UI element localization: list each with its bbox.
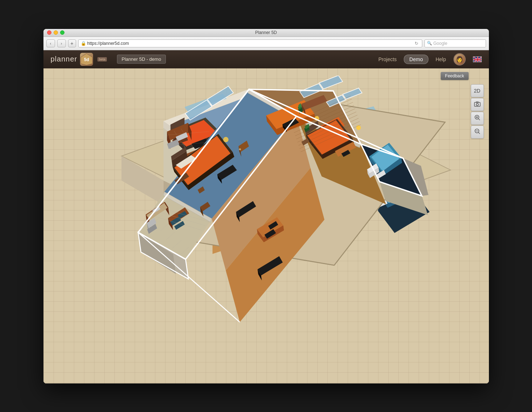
floorplan-scene[interactable]	[47, 76, 469, 380]
search-placeholder: Google	[433, 41, 448, 46]
svg-text:5d: 5d	[84, 57, 89, 62]
flag-icon[interactable]	[473, 56, 482, 62]
main-content: Feedback 2D	[43, 68, 489, 383]
camera-icon	[474, 101, 481, 108]
logo-icon: 5d	[80, 53, 93, 66]
window-title: Planner 5D	[255, 30, 277, 35]
reload-button[interactable]: ↻	[415, 41, 420, 46]
browser-chrome: ‹ › + 🔒 https://planner5d.com ↻ 🔍 Google	[43, 37, 489, 50]
zoom-out-icon	[474, 128, 481, 136]
maximize-button[interactable]	[60, 30, 64, 35]
nav-help[interactable]: Help	[436, 56, 446, 62]
logo-text: planner	[51, 55, 78, 63]
nav-demo[interactable]: Demo	[404, 55, 428, 64]
search-icon: 🔍	[427, 41, 432, 46]
forward-button[interactable]: ›	[57, 39, 66, 47]
svg-marker-184	[318, 76, 343, 89]
svg-point-12	[476, 103, 478, 106]
mac-window: Planner 5D ‹ › + 🔒 https://planner5d.com…	[43, 29, 489, 383]
zoom-out-button[interactable]	[471, 126, 484, 139]
zoom-in-icon	[474, 114, 481, 122]
svg-line-19	[478, 132, 480, 134]
2d-view-button[interactable]: 2D	[471, 84, 484, 97]
back-button[interactable]: ‹	[46, 39, 55, 47]
search-bar[interactable]: 🔍 Google	[424, 39, 486, 47]
app-header: planner 5d beta Planner 5D - demo Projec…	[43, 50, 489, 68]
screenshot-button[interactable]	[471, 98, 484, 111]
header-nav: Projects Demo Help 👩	[378, 53, 482, 65]
logo-area: planner 5d beta Planner 5D - demo	[51, 53, 166, 66]
title-bar-buttons	[47, 30, 64, 35]
nav-bar: ‹ › + 🔒 https://planner5d.com ↻ 🔍 Google	[43, 37, 489, 50]
avatar[interactable]: 👩	[453, 53, 466, 65]
svg-line-15	[478, 119, 480, 120]
nav-projects[interactable]: Projects	[378, 56, 397, 62]
zoom-in-button[interactable]	[471, 112, 484, 125]
right-toolbar: 2D	[471, 84, 484, 139]
lock-icon: 🔒	[81, 41, 86, 46]
svg-marker-186	[342, 88, 362, 99]
project-name[interactable]: Planner 5D - demo	[117, 55, 166, 64]
title-bar: Planner 5D	[43, 29, 489, 37]
url-text: https://planner5d.com	[87, 41, 413, 46]
address-bar[interactable]: 🔒 https://planner5d.com ↻	[78, 39, 422, 47]
add-tab-button[interactable]: +	[68, 39, 76, 47]
2d-label: 2D	[474, 88, 481, 94]
beta-label: beta	[97, 57, 107, 61]
floorplan-svg	[47, 76, 469, 380]
close-button[interactable]	[47, 30, 51, 35]
minimize-button[interactable]	[54, 30, 58, 35]
